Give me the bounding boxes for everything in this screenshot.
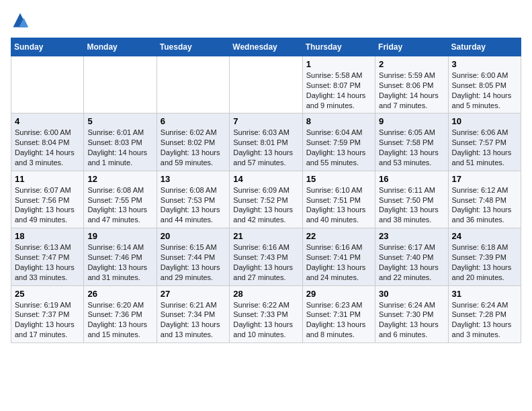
day-cell: 16Sunrise: 6:11 AM Sunset: 7:50 PM Dayli…: [375, 171, 448, 228]
day-info: Sunrise: 6:11 AM Sunset: 7:50 PM Dayligh…: [379, 185, 444, 225]
weekday-header-row: SundayMondayTuesdayWednesdayThursdayFrid…: [11, 38, 521, 56]
day-cell: 31Sunrise: 6:24 AM Sunset: 7:28 PM Dayli…: [448, 285, 521, 342]
day-cell: [84, 56, 157, 113]
day-cell: [157, 56, 229, 113]
day-cell: 11Sunrise: 6:07 AM Sunset: 7:56 PM Dayli…: [11, 171, 84, 228]
day-cell: 13Sunrise: 6:08 AM Sunset: 7:53 PM Dayli…: [157, 171, 229, 228]
day-cell: 27Sunrise: 6:21 AM Sunset: 7:34 PM Dayli…: [157, 285, 229, 342]
logo-icon: [11, 11, 30, 30]
day-number: 23: [379, 231, 444, 241]
day-number: 9: [379, 116, 444, 126]
day-cell: 21Sunrise: 6:16 AM Sunset: 7:43 PM Dayli…: [230, 228, 302, 285]
day-number: 5: [87, 116, 152, 126]
day-number: 17: [452, 174, 517, 184]
day-info: Sunrise: 6:14 AM Sunset: 7:46 PM Dayligh…: [87, 242, 152, 282]
day-info: Sunrise: 6:05 AM Sunset: 7:58 PM Dayligh…: [379, 128, 444, 167]
day-cell: 23Sunrise: 6:17 AM Sunset: 7:40 PM Dayli…: [375, 228, 448, 285]
week-row-1: 1Sunrise: 5:58 AM Sunset: 8:07 PM Daylig…: [11, 56, 521, 113]
day-number: 29: [306, 289, 371, 299]
day-number: 31: [452, 289, 517, 299]
day-number: 2: [379, 59, 444, 69]
day-info: Sunrise: 6:00 AM Sunset: 8:04 PM Dayligh…: [15, 128, 80, 167]
day-info: Sunrise: 6:07 AM Sunset: 7:56 PM Dayligh…: [15, 185, 80, 225]
day-number: 18: [15, 231, 80, 241]
day-number: 12: [87, 174, 152, 184]
day-number: 30: [379, 289, 444, 299]
week-row-5: 25Sunrise: 6:19 AM Sunset: 7:37 PM Dayli…: [11, 285, 521, 342]
day-cell: 6Sunrise: 6:02 AM Sunset: 8:02 PM Daylig…: [157, 113, 229, 171]
logo: [11, 11, 32, 30]
day-info: Sunrise: 6:22 AM Sunset: 7:33 PM Dayligh…: [233, 300, 298, 340]
day-cell: 26Sunrise: 6:20 AM Sunset: 7:36 PM Dayli…: [84, 285, 157, 342]
day-number: 8: [306, 116, 371, 126]
day-info: Sunrise: 6:09 AM Sunset: 7:52 PM Dayligh…: [233, 185, 298, 225]
week-row-4: 18Sunrise: 6:13 AM Sunset: 7:47 PM Dayli…: [11, 228, 521, 285]
day-info: Sunrise: 6:12 AM Sunset: 7:48 PM Dayligh…: [452, 185, 517, 225]
day-cell: 2Sunrise: 5:59 AM Sunset: 8:06 PM Daylig…: [375, 56, 448, 113]
day-cell: 7Sunrise: 6:03 AM Sunset: 8:01 PM Daylig…: [230, 113, 302, 171]
day-number: 6: [161, 116, 226, 126]
day-cell: 8Sunrise: 6:04 AM Sunset: 7:59 PM Daylig…: [302, 113, 375, 171]
day-cell: 28Sunrise: 6:22 AM Sunset: 7:33 PM Dayli…: [230, 285, 302, 342]
day-info: Sunrise: 6:06 AM Sunset: 7:57 PM Dayligh…: [452, 128, 517, 167]
day-cell: 5Sunrise: 6:01 AM Sunset: 8:03 PM Daylig…: [84, 113, 157, 171]
day-cell: 10Sunrise: 6:06 AM Sunset: 7:57 PM Dayli…: [448, 113, 521, 171]
weekday-header-tuesday: Tuesday: [157, 38, 229, 56]
day-info: Sunrise: 6:19 AM Sunset: 7:37 PM Dayligh…: [15, 300, 80, 340]
day-cell: [230, 56, 302, 113]
day-info: Sunrise: 6:24 AM Sunset: 7:30 PM Dayligh…: [379, 300, 444, 340]
calendar-table: SundayMondayTuesdayWednesdayThursdayFrid…: [11, 38, 521, 343]
day-number: 7: [233, 116, 298, 126]
day-cell: 15Sunrise: 6:10 AM Sunset: 7:51 PM Dayli…: [302, 171, 375, 228]
weekday-header-sunday: Sunday: [11, 38, 84, 56]
day-info: Sunrise: 6:13 AM Sunset: 7:47 PM Dayligh…: [15, 242, 80, 282]
day-cell: 24Sunrise: 6:18 AM Sunset: 7:39 PM Dayli…: [448, 228, 521, 285]
day-info: Sunrise: 6:03 AM Sunset: 8:01 PM Dayligh…: [233, 128, 298, 167]
day-number: 22: [306, 231, 371, 241]
day-number: 28: [233, 289, 298, 299]
day-number: 25: [15, 289, 80, 299]
day-info: Sunrise: 6:23 AM Sunset: 7:31 PM Dayligh…: [306, 300, 371, 340]
day-info: Sunrise: 6:18 AM Sunset: 7:39 PM Dayligh…: [452, 242, 517, 282]
day-number: 1: [306, 59, 371, 69]
day-cell: 29Sunrise: 6:23 AM Sunset: 7:31 PM Dayli…: [302, 285, 375, 342]
day-number: 24: [452, 231, 517, 241]
page-header: [11, 11, 521, 30]
weekday-header-friday: Friday: [375, 38, 448, 56]
day-cell: 18Sunrise: 6:13 AM Sunset: 7:47 PM Dayli…: [11, 228, 84, 285]
week-row-2: 4Sunrise: 6:00 AM Sunset: 8:04 PM Daylig…: [11, 113, 521, 171]
day-info: Sunrise: 6:01 AM Sunset: 8:03 PM Dayligh…: [87, 128, 152, 167]
day-cell: 30Sunrise: 6:24 AM Sunset: 7:30 PM Dayli…: [375, 285, 448, 342]
day-cell: 14Sunrise: 6:09 AM Sunset: 7:52 PM Dayli…: [230, 171, 302, 228]
day-cell: 20Sunrise: 6:15 AM Sunset: 7:44 PM Dayli…: [157, 228, 229, 285]
week-row-3: 11Sunrise: 6:07 AM Sunset: 7:56 PM Dayli…: [11, 171, 521, 228]
day-info: Sunrise: 6:10 AM Sunset: 7:51 PM Dayligh…: [306, 185, 371, 225]
weekday-header-monday: Monday: [84, 38, 157, 56]
day-number: 15: [306, 174, 371, 184]
day-info: Sunrise: 6:16 AM Sunset: 7:41 PM Dayligh…: [306, 242, 371, 282]
day-info: Sunrise: 6:20 AM Sunset: 7:36 PM Dayligh…: [87, 300, 152, 340]
day-info: Sunrise: 6:16 AM Sunset: 7:43 PM Dayligh…: [233, 242, 298, 282]
weekday-header-thursday: Thursday: [302, 38, 375, 56]
day-number: 14: [233, 174, 298, 184]
weekday-header-wednesday: Wednesday: [230, 38, 302, 56]
day-info: Sunrise: 6:21 AM Sunset: 7:34 PM Dayligh…: [161, 300, 226, 340]
day-number: 16: [379, 174, 444, 184]
day-cell: 4Sunrise: 6:00 AM Sunset: 8:04 PM Daylig…: [11, 113, 84, 171]
day-number: 3: [452, 59, 517, 69]
weekday-header-saturday: Saturday: [448, 38, 521, 56]
day-cell: 22Sunrise: 6:16 AM Sunset: 7:41 PM Dayli…: [302, 228, 375, 285]
day-number: 13: [161, 174, 226, 184]
day-cell: 25Sunrise: 6:19 AM Sunset: 7:37 PM Dayli…: [11, 285, 84, 342]
day-number: 20: [161, 231, 226, 241]
day-number: 27: [161, 289, 226, 299]
day-number: 19: [87, 231, 152, 241]
day-cell: 9Sunrise: 6:05 AM Sunset: 7:58 PM Daylig…: [375, 113, 448, 171]
day-info: Sunrise: 6:24 AM Sunset: 7:28 PM Dayligh…: [452, 300, 517, 340]
day-number: 4: [15, 116, 80, 126]
day-cell: [11, 56, 84, 113]
day-info: Sunrise: 6:04 AM Sunset: 7:59 PM Dayligh…: [306, 128, 371, 167]
day-info: Sunrise: 6:08 AM Sunset: 7:55 PM Dayligh…: [87, 185, 152, 225]
day-info: Sunrise: 6:15 AM Sunset: 7:44 PM Dayligh…: [161, 242, 226, 282]
day-info: Sunrise: 5:58 AM Sunset: 8:07 PM Dayligh…: [306, 71, 371, 110]
